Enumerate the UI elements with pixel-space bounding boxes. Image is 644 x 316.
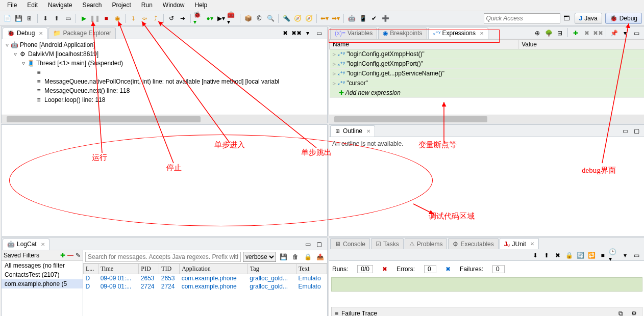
perspective-debug[interactable]: 🐞Debug — [605, 13, 642, 24]
android-sdk-icon[interactable]: 🤖 — [346, 13, 357, 23]
view-menu-icon[interactable]: ▾ — [303, 28, 313, 38]
minimize-icon[interactable]: ▭ — [620, 126, 630, 136]
run-icon[interactable]: ●▾ — [205, 13, 215, 23]
save-log-icon[interactable]: 💾 — [278, 252, 288, 262]
tab-variables[interactable]: (x)=Variables — [330, 28, 377, 39]
expression-row[interactable]: ▹ ₓ⁺ʸ "loginConfig.getXmppHost()" — [330, 49, 645, 59]
tab-breakpoints[interactable]: ◉Breakpoints — [378, 28, 427, 39]
col-name[interactable]: Name — [330, 40, 518, 49]
type-icon[interactable]: ⊕ — [532, 28, 542, 38]
stop-icon[interactable]: ■ — [598, 250, 608, 260]
perspective-java[interactable]: JJava — [575, 13, 602, 24]
disconnect-icon[interactable]: ◉ — [112, 13, 122, 23]
export-icon[interactable]: ⬆ — [52, 13, 62, 23]
expression-row[interactable]: ▹ ₓ⁺ʸ "loginConfig.getXmppPort()" — [330, 59, 645, 69]
filter-trace-icon[interactable]: ⚙ — [629, 308, 639, 316]
minimize-icon[interactable]: ▭ — [631, 28, 641, 38]
junit-results-area[interactable] — [331, 277, 642, 292]
tab-debug[interactable]: 🐞Debug✕ — [3, 28, 47, 39]
step-into-icon[interactable]: ⤵ — [128, 13, 138, 23]
tab-console[interactable]: 🖥Console — [330, 238, 370, 249]
next-fail-icon[interactable]: ⬇ — [530, 250, 540, 260]
new-pkg-icon[interactable]: 📦 — [243, 13, 253, 23]
menu-run[interactable]: Run — [136, 0, 158, 11]
tab-executables[interactable]: ⚙Executables — [448, 238, 498, 249]
close-icon[interactable]: ✕ — [39, 31, 43, 36]
remove-filter-icon[interactable]: — — [67, 252, 73, 259]
new-class-icon[interactable]: © — [254, 13, 264, 23]
close-icon[interactable]: ✕ — [480, 31, 484, 36]
save-all-icon[interactable]: 🗎 — [24, 13, 35, 23]
tree-icon[interactable]: 🌳 — [543, 28, 554, 38]
view-menu-icon[interactable]: ▾ — [620, 28, 630, 38]
new-icon[interactable]: 📄 — [2, 13, 12, 23]
resume-icon[interactable]: ▶ — [79, 13, 89, 23]
remove-icon[interactable]: ✖ — [582, 28, 592, 38]
minimize-icon[interactable]: ▭ — [631, 250, 641, 260]
android-avd-icon[interactable]: 📱 — [358, 13, 368, 23]
debug-tree[interactable]: ▿🤖Phone [Android Application]▿⚙DalvikVM … — [2, 39, 327, 115]
import-icon[interactable]: ⬇ — [40, 13, 51, 23]
log-col[interactable]: TID — [159, 264, 180, 274]
add-filter-icon[interactable]: ✚ — [60, 252, 65, 259]
ext-tools-icon[interactable]: 🧰▾ — [227, 13, 237, 23]
remove-all-icon[interactable]: ✖✖ — [291, 28, 302, 38]
nav-icon[interactable]: 🧭 — [304, 13, 314, 23]
collapse-icon[interactable]: ⊟ — [555, 28, 565, 38]
tab-package-explorer[interactable]: 📁Package Explorer — [48, 28, 116, 39]
menu-edit[interactable]: Edit — [22, 0, 43, 11]
open-perspective-icon[interactable]: 🗔 — [561, 13, 572, 23]
scrollbar-horizontal[interactable] — [2, 115, 327, 123]
log-col[interactable]: Text — [296, 264, 327, 274]
menu-file[interactable]: File — [2, 0, 22, 11]
log-col[interactable]: Application — [180, 264, 248, 274]
tab-outline[interactable]: 🗉Outline✕ — [330, 125, 375, 137]
suspend-icon[interactable]: ❚❚ — [90, 13, 100, 23]
step-return-icon[interactable]: ⤴ — [151, 13, 161, 23]
tree-row[interactable]: ▿🤖Phone [Android Application] — [4, 40, 325, 49]
scroll-lock-icon[interactable]: 🔒 — [303, 252, 313, 262]
filter-item[interactable]: All messages (no filter — [2, 261, 83, 270]
maximize-icon[interactable]: ▢ — [314, 239, 324, 249]
tree-row[interactable]: ▿🧵Thread [<1> main] (Suspended) — [4, 59, 325, 68]
tree-row[interactable]: ≡Looper.loop() line: 118 — [4, 95, 325, 104]
filter-item[interactable]: ContactsTest (2107) — [2, 270, 83, 279]
tab-expressions[interactable]: ₓ⁺ʸExpressions✕ — [428, 28, 488, 39]
menu-search[interactable]: Search — [77, 0, 107, 11]
search-icon[interactable]: 🔦 — [281, 13, 291, 23]
run-last-icon[interactable]: ▶▾ — [216, 13, 226, 23]
android-new-icon[interactable]: ➕ — [380, 13, 390, 23]
maximize-icon[interactable]: ▢ — [631, 126, 641, 136]
android-lint-icon[interactable]: ✔ — [369, 13, 379, 23]
menu-help[interactable]: Help — [190, 0, 213, 11]
log-table[interactable]: L...TimePIDTIDApplicationTagText D09-09 … — [83, 264, 327, 291]
close-icon[interactable]: ✕ — [366, 128, 370, 134]
menu-window[interactable]: Window — [158, 0, 190, 11]
minimize-icon[interactable]: ▭ — [303, 239, 313, 249]
close-icon[interactable]: ✕ — [530, 241, 534, 247]
drop-frame-icon[interactable]: ↺ — [166, 13, 177, 23]
expression-row[interactable]: ▹ ₓ⁺ʸ "cursor" — [330, 78, 645, 88]
tab-problems[interactable]: ⚠Problems — [405, 238, 448, 249]
terminate-icon[interactable]: ■ — [101, 13, 111, 23]
expressions-table[interactable]: Name Value ▹ ₓ⁺ʸ "loginConfig.getXmppHos… — [329, 39, 644, 98]
clear-log-icon[interactable]: 🗑 — [290, 252, 301, 262]
view-menu-icon[interactable]: ▾ — [620, 250, 630, 260]
menu-navigate[interactable]: Navigate — [43, 0, 77, 11]
back-icon[interactable]: ⬅▾ — [319, 13, 330, 23]
menu-project[interactable]: Project — [107, 0, 136, 11]
forward-icon[interactable]: ➡▾ — [331, 13, 341, 23]
fail-only-icon[interactable]: ✖ — [553, 250, 563, 260]
log-level-select[interactable]: verbose — [243, 252, 276, 262]
tab-tasks[interactable]: ☑Tasks — [371, 238, 404, 249]
nav-icon[interactable]: 🧭 — [292, 13, 303, 23]
tab-junit[interactable]: JᵤJUnit✕ — [500, 238, 539, 249]
close-icon[interactable]: ✕ — [41, 242, 45, 247]
log-col[interactable]: L... — [84, 264, 98, 274]
tree-row[interactable]: ≡MessageQueue.nativePollOnce(int, int) l… — [4, 77, 325, 86]
remove-icon[interactable]: ✖ — [280, 28, 290, 38]
log-col[interactable]: Tag — [247, 264, 296, 274]
open-type-icon[interactable]: 🔍 — [265, 13, 276, 23]
lock-icon[interactable]: 🔒 — [564, 250, 574, 260]
log-search-input[interactable] — [85, 252, 241, 262]
